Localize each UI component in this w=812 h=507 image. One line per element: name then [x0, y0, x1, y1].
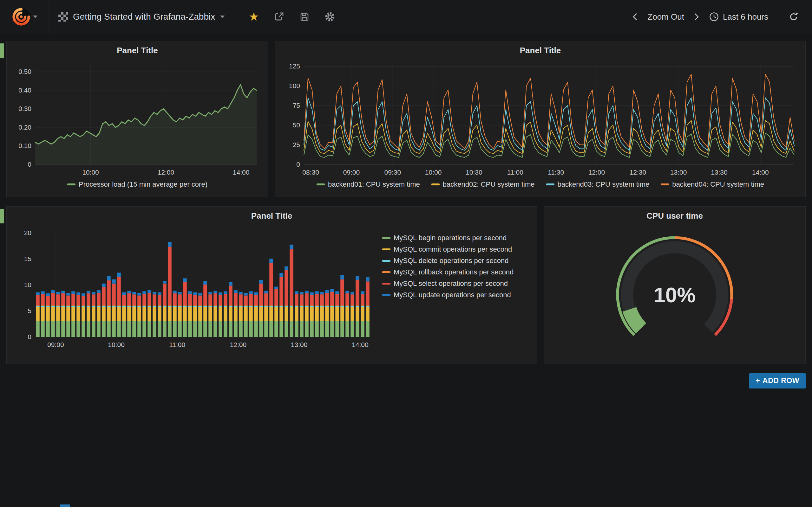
legend-label: backend03: CPU system time [558, 180, 650, 188]
svg-text:10:00: 10:00 [108, 341, 125, 348]
legend-item[interactable]: backend04: CPU system time [661, 180, 764, 188]
cpu-system-time-chart[interactable]: 08:3009:0009:3010:0010:3011:0011:3012:00… [280, 58, 800, 178]
panel-title[interactable]: Panel Title [11, 207, 532, 223]
star-icon: ★ [249, 11, 259, 22]
dashboard-body: Panel Title 10:0012:0014:0000.100.200.30… [0, 34, 812, 389]
svg-text:13:00: 13:00 [670, 169, 687, 176]
mysql-operations-chart[interactable]: 09:0010:0011:0012:0013:0014:0005101520 [11, 223, 376, 350]
legend-label: MySQL delete operations per second [394, 257, 508, 265]
row-collapse-handle[interactable] [0, 209, 4, 223]
grafana-logo-button[interactable] [0, 0, 49, 34]
panel-processor-load: Panel Title 10:0012:0014:0000.100.200.30… [6, 41, 268, 197]
clock-icon [709, 12, 719, 22]
panel-title[interactable]: Panel Title [280, 41, 801, 58]
svg-text:0: 0 [296, 161, 300, 168]
legend-label: MySQL update operations per second [394, 291, 511, 299]
zoom-out-button[interactable]: Zoom Out [647, 12, 684, 22]
settings-button[interactable] [321, 8, 339, 26]
svg-text:0.30: 0.30 [18, 105, 32, 112]
svg-text:12:00: 12:00 [589, 169, 605, 176]
svg-text:0.50: 0.50 [18, 68, 32, 75]
navbar: Getting Started with Grafana-Zabbix ★ [0, 0, 812, 34]
legend-color-marker [546, 183, 554, 185]
dashboard-grid-icon [58, 12, 68, 21]
time-shift-forward-button[interactable] [691, 8, 702, 26]
legend-item[interactable]: backend01: CPU system time [316, 180, 420, 188]
legend-item[interactable]: backend03: CPU system time [546, 180, 650, 188]
legend-color-marker [382, 260, 391, 262]
horizontal-scrollbar-thumb[interactable] [60, 504, 70, 507]
add-row-container: + ADD ROW [6, 373, 806, 389]
svg-text:125: 125 [289, 62, 300, 70]
legend-item[interactable]: MySQL commit operations per second [382, 244, 530, 255]
legend-item[interactable]: MySQL delete operations per second [382, 255, 530, 267]
share-button[interactable] [270, 8, 288, 26]
svg-text:12:30: 12:30 [629, 169, 647, 176]
legend-label: backend02: CPU system time [443, 180, 535, 188]
panel-title[interactable]: CPU user time [548, 207, 801, 223]
legend-label: MySQL select operations per second [394, 279, 508, 288]
panel-cpu-user-time-gauge: CPU user time 10% [544, 206, 806, 364]
save-button[interactable] [296, 8, 313, 26]
chevron-left-icon [632, 12, 638, 21]
chart-legend: backend01: CPU system time backend02: CP… [280, 180, 801, 188]
legend-item[interactable]: MySQL rollback operations per second [382, 267, 530, 278]
dashboard-row-2: Panel Title 09:0010:0011:0012:0013:0014:… [6, 206, 806, 364]
chevron-down-icon [220, 15, 224, 18]
refresh-icon [789, 12, 799, 22]
legend-item[interactable]: MySQL begin operations per second [382, 232, 530, 244]
time-shift-back-button[interactable] [629, 8, 641, 26]
row-collapse-handle[interactable] [0, 43, 4, 58]
svg-text:13:30: 13:30 [711, 169, 728, 176]
time-range-button[interactable]: Last 6 hours [709, 12, 768, 22]
svg-text:0.20: 0.20 [18, 124, 32, 131]
settings-gear-icon [325, 12, 335, 22]
grafana-logo-icon [12, 8, 31, 26]
chart-legend: Processor load (15 min average per core) [11, 180, 264, 188]
processor-load-chart[interactable]: 10:0012:0014:0000.100.200.300.400.50 [11, 58, 262, 178]
svg-text:14:00: 14:00 [352, 341, 368, 348]
plus-icon: + [756, 377, 760, 385]
svg-text:09:00: 09:00 [343, 169, 360, 176]
legend-item[interactable]: MySQL select operations per second [382, 278, 530, 289]
svg-text:08:30: 08:30 [302, 169, 319, 176]
panel-title[interactable]: Panel Title [11, 41, 264, 58]
svg-text:0: 0 [28, 333, 32, 340]
chart-legend: MySQL begin operations per second MySQL … [382, 232, 530, 350]
svg-text:14:00: 14:00 [233, 169, 250, 176]
legend-color-marker [661, 183, 669, 185]
dashboard-row-1: Panel Title 10:0012:0014:0000.100.200.30… [6, 41, 806, 197]
refresh-button[interactable] [785, 8, 803, 26]
svg-text:5: 5 [28, 307, 32, 314]
svg-text:0: 0 [28, 161, 32, 168]
legend-color-marker [382, 294, 391, 296]
legend-label: MySQL begin operations per second [394, 234, 507, 242]
legend-label: MySQL rollback operations per second [394, 268, 513, 276]
svg-text:10%: 10% [654, 283, 696, 307]
cpu-user-time-gauge[interactable]: 10% [579, 223, 770, 356]
svg-text:100: 100 [289, 82, 300, 89]
legend-color-marker [432, 183, 440, 185]
legend-color-marker [382, 271, 391, 273]
svg-text:09:00: 09:00 [47, 341, 64, 348]
panel-mysql-operations: Panel Title 09:0010:0011:0012:0013:0014:… [6, 206, 537, 364]
svg-text:15: 15 [24, 255, 32, 262]
chevron-down-icon [33, 15, 38, 18]
svg-text:10:00: 10:00 [425, 169, 442, 176]
legend-color-marker [382, 283, 391, 285]
svg-text:14:00: 14:00 [752, 169, 769, 176]
svg-text:50: 50 [293, 121, 300, 129]
svg-text:11:30: 11:30 [548, 169, 564, 176]
svg-text:0.40: 0.40 [18, 87, 32, 94]
legend-item[interactable]: MySQL update operations per second [382, 289, 530, 301]
svg-text:09:30: 09:30 [385, 169, 401, 176]
time-range-label: Last 6 hours [723, 12, 768, 22]
star-button[interactable]: ★ [245, 8, 263, 26]
legend-item[interactable]: backend02: CPU system time [432, 180, 535, 188]
legend-label: MySQL commit operations per second [394, 245, 512, 253]
navbar-actions: ★ [245, 8, 339, 26]
legend-item[interactable]: Processor load (15 min average per core) [67, 180, 207, 188]
add-row-button[interactable]: + ADD ROW [749, 373, 806, 389]
dashboard-title: Getting Started with Grafana-Zabbix [73, 12, 215, 22]
dashboard-title-button[interactable]: Getting Started with Grafana-Zabbix [49, 0, 234, 34]
